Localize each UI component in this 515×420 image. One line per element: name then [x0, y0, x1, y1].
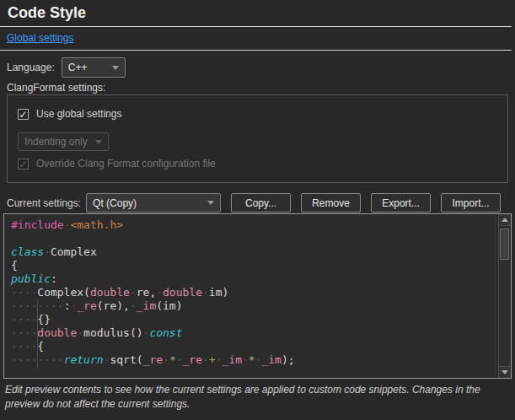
code-preview-editor[interactable]: #include·<math.h> class·Complex{public:·…	[3, 213, 512, 379]
code-line: public:	[11, 272, 499, 286]
code-line: ····{}	[11, 313, 499, 326]
language-dropdown-value: C++	[68, 62, 88, 73]
code-line: ········:·_re(re),·_im(im)	[11, 299, 499, 313]
current-settings-label: Current settings:	[7, 197, 81, 209]
preview-hint-text: Edit preview contents to see how the cur…	[5, 383, 511, 412]
separator	[0, 26, 512, 27]
chevron-down-icon	[207, 201, 214, 205]
clangformat-groupbox: ✓ Use global settings Indenting only ✓ O…	[7, 94, 508, 183]
chevron-down-icon	[95, 140, 102, 144]
code-line	[11, 232, 499, 245]
override-clang-format-label: Override Clang Format configuration file	[36, 158, 216, 170]
language-row: Language: C++	[7, 57, 126, 78]
page-title: Code Style	[8, 4, 86, 22]
export-button[interactable]: Export...	[371, 193, 431, 213]
scroll-down-button[interactable]	[499, 366, 511, 378]
indenting-mode-dropdown[interactable]: Indenting only	[18, 132, 109, 151]
current-settings-row: Current settings: Qt (Copy) Copy... Remo…	[7, 193, 501, 213]
code-line: ····{	[11, 340, 499, 353]
code-line: ····Complex(double·re,·double·im)	[11, 286, 499, 299]
current-settings-value: Qt (Copy)	[93, 197, 137, 209]
language-label: Language:	[7, 62, 55, 73]
current-settings-dropdown[interactable]: Qt (Copy)	[86, 193, 221, 213]
scroll-up-icon	[502, 218, 508, 222]
import-button[interactable]: Import...	[441, 193, 501, 213]
code-line: ········return·sqrt(_re·*·_re·+·_im·*·_i…	[11, 353, 499, 367]
code-line: {	[11, 259, 499, 272]
override-clang-format-checkbox[interactable]: ✓ Override Clang Format configuration fi…	[18, 158, 216, 170]
code-line: #include·<math.h>	[11, 218, 499, 232]
code-preview-content[interactable]: #include·<math.h> class·Complex{public:·…	[4, 214, 499, 378]
scroll-up-button[interactable]	[499, 214, 511, 226]
code-line: class·Complex	[11, 245, 499, 259]
checkbox-check-icon: ✓	[18, 159, 29, 170]
language-dropdown[interactable]: C++	[62, 57, 126, 78]
copy-button[interactable]: Copy...	[231, 193, 291, 213]
indent-guide-line	[37, 299, 38, 369]
chevron-down-icon	[112, 66, 119, 70]
checkbox-check-icon: ✓	[18, 109, 29, 120]
use-global-settings-label: Use global settings	[36, 108, 121, 120]
scrollbar-thumb[interactable]	[500, 229, 509, 260]
code-style-settings-page: Code Style Global settings Language: C++…	[0, 0, 515, 420]
clangformat-section-label: ClangFormat settings:	[7, 82, 105, 94]
use-global-settings-checkbox[interactable]: ✓ Use global settings	[18, 108, 121, 120]
editor-scrollbar[interactable]	[498, 214, 511, 378]
separator	[0, 50, 512, 51]
scroll-down-icon	[502, 370, 508, 374]
indenting-mode-value: Indenting only	[24, 136, 88, 148]
remove-button[interactable]: Remove	[301, 193, 361, 213]
code-line: ····double·modulus()·const	[11, 326, 499, 340]
global-settings-link[interactable]: Global settings	[7, 32, 73, 44]
